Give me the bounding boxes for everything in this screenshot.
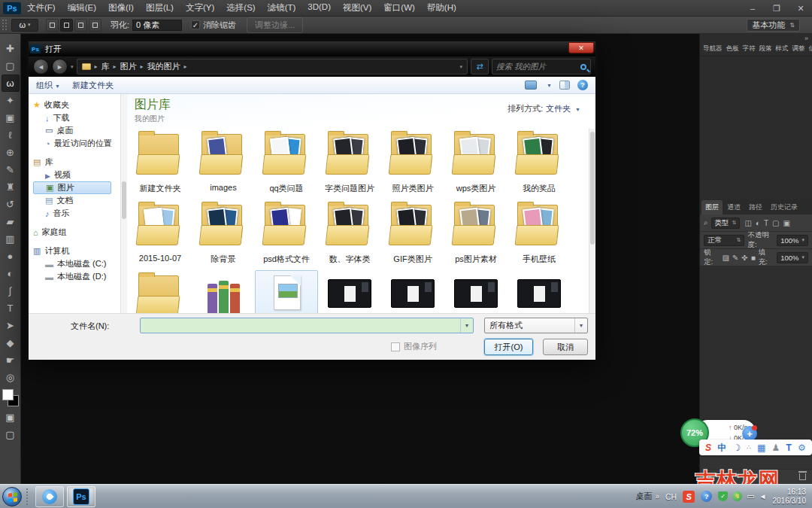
adjustment-filter-icon[interactable]: ◐ [756, 219, 760, 227]
quick-mask-button[interactable]: ▣ [2, 409, 20, 426]
blend-mode-select[interactable]: 正常 ⇅ [704, 235, 744, 246]
change-view-button[interactable] [525, 81, 537, 90]
file-item[interactable]: wps类图片 [444, 129, 508, 199]
arrange-by-control[interactable]: 排列方式:文件夹 ▼ [508, 103, 580, 114]
menu-item[interactable]: 窗口(W) [383, 2, 415, 14]
screen-mode-button[interactable]: ▢ [2, 426, 20, 443]
sogou-tray-icon[interactable]: S [683, 491, 695, 503]
panel-tab[interactable]: 历史记录 [767, 200, 801, 214]
desktop-toolbar[interactable]: 桌面» [635, 491, 659, 502]
refine-edge-button[interactable]: 调整边缘... [247, 17, 303, 33]
panel-tab[interactable]: 导航器 [701, 43, 724, 55]
new-folder-button[interactable]: 新建文件夹 [72, 80, 114, 91]
color-swatches[interactable] [2, 389, 20, 409]
volume-icon[interactable]: ◄ [759, 493, 767, 500]
taskbar-clock[interactable]: 16:13 2016/3/10 [773, 488, 807, 506]
pixel-filter-icon[interactable]: ◫ [744, 219, 751, 227]
image-sequence-option[interactable]: 图像序列 [391, 341, 437, 352]
panel-tab[interactable]: 通道 [723, 200, 744, 214]
file-item[interactable]: 手机壁纸 [508, 199, 571, 270]
wrench-icon[interactable]: ⚙ [798, 443, 806, 452]
file-item[interactable]: 新建文件夹 [129, 129, 192, 199]
path-selection-tool[interactable]: ➤ [2, 317, 20, 334]
subtract-selection-button[interactable] [74, 19, 87, 32]
dialog-title-bar[interactable]: Ps 打开 ✕ [29, 41, 595, 56]
file-item[interactable]: 字类问题图片 [318, 129, 381, 199]
breadcrumb-item[interactable]: 图片▸ [120, 61, 144, 72]
dots-icon[interactable]: ∴ [747, 445, 751, 451]
lock-transparent-icon[interactable]: ▨ [722, 254, 729, 262]
tool-preset-button[interactable]: ω ▾ [11, 19, 38, 32]
refresh-button[interactable]: ⇄ [471, 59, 489, 75]
feather-input[interactable] [132, 20, 182, 31]
file-item[interactable]: 我的奖品 [508, 129, 571, 199]
sidebar-item[interactable]: 桌面 [33, 124, 120, 137]
sogou-logo-icon[interactable]: S [705, 443, 711, 452]
sidebar-group-header[interactable]: 计算机 [33, 245, 120, 257]
layer-filter-select[interactable]: 类型 ⇅ [711, 217, 741, 229]
panel-tab[interactable]: 信息 [807, 43, 812, 55]
keyboard-icon[interactable]: ▦ [757, 443, 765, 452]
organize-menu[interactable]: 组织▼ [36, 80, 60, 91]
lasso-tool[interactable]: ω [2, 75, 20, 92]
clone-stamp-tool[interactable]: ♜ [2, 178, 20, 196]
collapse-panels-button[interactable]: » [700, 34, 812, 42]
sidebar-item[interactable]: 音乐 [33, 207, 120, 220]
intersect-selection-button[interactable] [89, 19, 102, 32]
panel-tab[interactable]: 色板 [725, 43, 741, 55]
menu-item[interactable]: 视图(V) [343, 2, 371, 14]
file-item[interactable]: images [192, 129, 255, 199]
filename-input[interactable]: ▼ [140, 318, 474, 333]
antialias-checkbox[interactable]: ✓ [191, 20, 200, 29]
close-button[interactable]: ✕ [794, 4, 807, 14]
shape-filter-icon[interactable]: ▢ [772, 219, 779, 227]
crop-tool[interactable]: ▣ [2, 109, 20, 126]
chinese-input-icon[interactable]: 中 [717, 443, 726, 452]
panel-tab[interactable]: 样式 [774, 43, 790, 55]
brush-tool[interactable]: ✎ [2, 161, 20, 178]
sidebar-item[interactable]: 本地磁盘 (C:) [33, 257, 120, 270]
accelerate-button[interactable]: + [742, 426, 757, 441]
menu-item[interactable]: 滤镜(T) [268, 2, 296, 14]
new-selection-button[interactable] [46, 19, 59, 32]
eyedropper-tool[interactable]: ℓ [2, 126, 20, 144]
sidebar-group-header[interactable]: 家庭组 [33, 226, 120, 239]
skin-shirt-icon[interactable]: T [786, 443, 792, 452]
file-item[interactable] [444, 270, 508, 313]
panel-tab[interactable]: 调整 [791, 43, 807, 55]
menu-item[interactable]: 3D(D) [308, 2, 331, 14]
cancel-button[interactable]: 取消 [543, 339, 588, 355]
menu-item[interactable]: 图像(I) [108, 2, 134, 14]
panel-tab[interactable]: 图层 [701, 200, 723, 214]
healing-brush-tool[interactable]: ⊕ [2, 144, 20, 161]
chevron-down-icon[interactable]: ▼ [460, 318, 473, 333]
file-item[interactable] [255, 270, 318, 313]
foreground-color-swatch[interactable] [2, 389, 14, 400]
minimize-button[interactable]: – [746, 4, 759, 13]
filetype-select[interactable]: 所有格式 ▼ [484, 318, 588, 333]
history-brush-tool[interactable]: ↺ [2, 196, 20, 213]
menu-item[interactable]: 文件(F) [27, 2, 56, 14]
panel-tab[interactable]: 段落 [758, 43, 774, 55]
menu-item[interactable]: 选择(S) [226, 2, 255, 14]
preview-pane-button[interactable] [559, 81, 570, 90]
recent-pages-dropdown[interactable]: ▾ [71, 64, 74, 70]
file-item[interactable]: qq类问题 [255, 129, 318, 199]
lock-position-icon[interactable]: ✜ [741, 254, 747, 262]
breadcrumb-item[interactable]: 我的图片▸ [147, 61, 187, 72]
breadcrumb-item[interactable]: 库▸ [102, 61, 117, 72]
menu-item[interactable]: 图层(L) [146, 2, 174, 14]
menu-item[interactable]: 帮助(H) [427, 2, 456, 14]
address-dropdown-icon[interactable]: ▾ [459, 64, 462, 70]
image-sequence-checkbox[interactable] [391, 342, 400, 351]
opacity-select[interactable]: 100% ▾ [777, 235, 808, 246]
taskbar-browser-button[interactable] [35, 486, 64, 507]
add-selection-button[interactable] [60, 19, 73, 32]
file-item[interactable]: 数、字体类 [318, 199, 381, 270]
forward-button[interactable]: ► [52, 59, 68, 75]
move-tool[interactable]: ✚ [2, 40, 20, 57]
zoom-tool[interactable]: ◎ [2, 369, 20, 386]
back-button[interactable]: ◄ [33, 59, 49, 75]
dodge-tool[interactable]: ◐ [2, 265, 20, 282]
lock-image-icon[interactable]: ✎ [732, 254, 738, 262]
